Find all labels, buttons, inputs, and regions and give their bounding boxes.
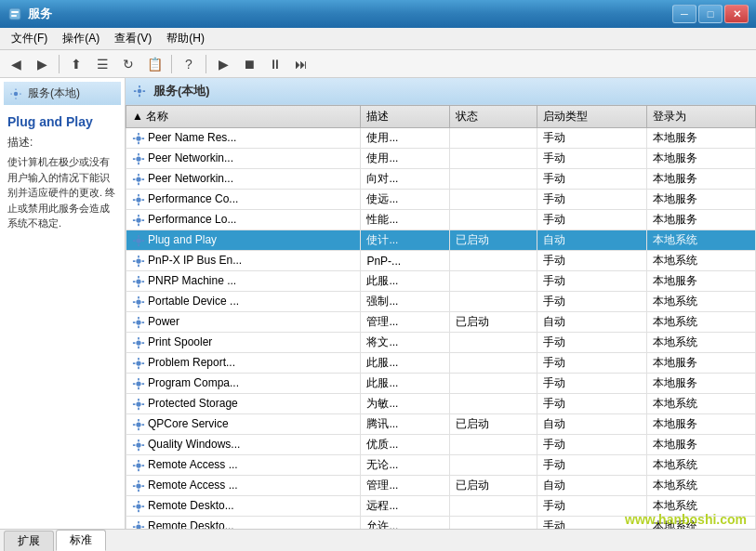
table-row[interactable]: Plug and Play使计...已启动自动本地系统 — [126, 230, 756, 251]
stop-button[interactable]: ⏹ — [237, 53, 261, 75]
forward-button[interactable]: ▶ — [30, 53, 54, 75]
svg-point-39 — [136, 258, 140, 263]
menu-item-操作A[interactable]: 操作(A) — [55, 29, 107, 48]
svg-rect-40 — [138, 256, 139, 258]
service-status-cell — [449, 496, 537, 517]
col-desc[interactable]: 描述 — [361, 106, 450, 128]
service-desc-cell: 允许... — [361, 517, 450, 530]
col-name[interactable]: ▲ 名称 — [126, 106, 361, 128]
col-status[interactable]: 状态 — [449, 106, 537, 128]
service-name-cell: Plug and Play — [126, 230, 361, 251]
table-row[interactable]: Remote Access ...管理...已启动自动本地系统 — [126, 476, 756, 496]
service-name-cell: Quality Windows... — [126, 435, 361, 455]
service-startup-cell: 手动 — [537, 210, 646, 230]
table-row[interactable]: Power管理...已启动自动本地系统 — [126, 312, 756, 333]
svg-rect-92 — [133, 465, 136, 466]
service-logon-cell: 本地服务 — [646, 374, 755, 394]
toolbar-separator-3 — [206, 55, 206, 73]
svg-rect-55 — [138, 317, 139, 320]
service-status-cell — [449, 251, 537, 271]
svg-rect-78 — [142, 403, 145, 405]
table-row[interactable]: Remote Deskto...允许...手动本地系统 — [126, 517, 756, 530]
svg-rect-68 — [142, 362, 145, 364]
service-startup-cell: 手动 — [537, 496, 646, 517]
table-row[interactable]: QPCore Service腾讯...已启动自动本地服务 — [126, 414, 756, 435]
service-status-cell — [449, 394, 537, 414]
close-button[interactable]: ✕ — [724, 5, 749, 23]
tab-standard[interactable]: 标准 — [56, 530, 106, 551]
show-hide-button[interactable]: ☰ — [90, 53, 114, 75]
service-status-cell — [449, 190, 537, 210]
svg-rect-47 — [133, 281, 136, 282]
up-button[interactable]: ⬆ — [64, 53, 88, 75]
help-button[interactable]: ? — [177, 53, 201, 75]
service-desc-cell: 优质... — [361, 435, 450, 455]
service-status-cell: 已启动 — [449, 230, 537, 251]
service-name-cell: Remote Deskto... — [126, 496, 361, 517]
table-row[interactable]: Print Spooler将文...手动本地系统 — [126, 333, 756, 353]
play-button[interactable]: ▶ — [211, 53, 235, 75]
table-row[interactable]: PNRP Machine ...此服...手动本地服务 — [126, 271, 756, 292]
menu-item-帮助H[interactable]: 帮助(H) — [159, 29, 212, 48]
svg-rect-107 — [133, 526, 136, 528]
col-logon[interactable]: 登录为 — [646, 106, 755, 128]
table-row[interactable]: Portable Device ...强制...手动本地系统 — [126, 292, 756, 312]
refresh-button[interactable]: ↻ — [116, 53, 140, 75]
table-row[interactable]: Remote Access ...无论...手动本地系统 — [126, 455, 756, 476]
service-desc-cell: 此服... — [361, 374, 450, 394]
svg-rect-75 — [138, 399, 139, 401]
menu-item-查看V[interactable]: 查看(V) — [107, 29, 159, 48]
service-name-cell: Peer Networkin... — [126, 149, 361, 169]
service-desc-cell: 无论... — [361, 455, 450, 476]
service-desc-cell: 使用... — [361, 149, 450, 169]
svg-rect-101 — [138, 509, 139, 512]
service-name-cell: PNRP Machine ... — [126, 271, 361, 292]
svg-rect-57 — [133, 321, 136, 323]
tab-extended[interactable]: 扩展 — [4, 531, 54, 551]
service-startup-cell: 手动 — [537, 128, 646, 149]
svg-rect-23 — [142, 178, 145, 180]
export-button[interactable]: 📋 — [142, 53, 166, 75]
table-row[interactable]: Peer Name Res...使用...手动本地服务 — [126, 128, 756, 149]
table-row[interactable]: Remote Deskto...远程...手动本地系统 — [126, 496, 756, 517]
col-startup[interactable]: 启动类型 — [537, 106, 646, 128]
service-status-cell — [449, 374, 537, 394]
service-desc-cell: 腾讯... — [361, 414, 450, 435]
service-startup-cell: 自动 — [537, 476, 646, 496]
right-panel: 服务(本地) ▲ 名称 描述 状态 启动类型 登录为 — [126, 78, 756, 529]
svg-rect-20 — [138, 174, 139, 177]
svg-rect-52 — [133, 301, 136, 303]
service-name-cell: Problem Report... — [126, 353, 361, 374]
svg-point-84 — [136, 442, 140, 447]
svg-rect-36 — [138, 243, 139, 246]
back-button[interactable]: ◀ — [4, 53, 28, 75]
service-table-container[interactable]: ▲ 名称 描述 状态 启动类型 登录为 Peer Name Res...使用..… — [126, 105, 756, 529]
service-name-cell: Remote Access ... — [126, 455, 361, 476]
svg-rect-70 — [138, 378, 139, 381]
table-row[interactable]: PnP-X IP Bus En...PnP-...手动本地系统 — [126, 251, 756, 271]
table-row[interactable]: Quality Windows...优质...手动本地服务 — [126, 435, 756, 455]
table-row[interactable]: Peer Networkin...向对...手动本地服务 — [126, 169, 756, 190]
svg-point-74 — [136, 401, 140, 406]
svg-rect-25 — [138, 194, 139, 197]
service-desc-cell: 此服... — [361, 271, 450, 292]
service-name-cell: Portable Device ... — [126, 292, 361, 312]
pause-button[interactable]: ⏸ — [263, 53, 287, 75]
menu-item-文件F[interactable]: 文件(F) — [4, 29, 55, 48]
svg-rect-73 — [142, 383, 145, 385]
restart-button[interactable]: ⏭ — [289, 53, 313, 75]
table-row[interactable]: Performance Co...使远...手动本地服务 — [126, 190, 756, 210]
service-desc-cell: 使用... — [361, 128, 450, 149]
svg-point-94 — [136, 483, 140, 488]
table-row[interactable]: Program Compa...此服...手动本地服务 — [126, 374, 756, 394]
minimize-button[interactable]: ─ — [672, 5, 696, 23]
maximize-button[interactable]: □ — [698, 5, 723, 23]
table-row[interactable]: Performance Lo...性能...手动本地服务 — [126, 210, 756, 230]
table-row[interactable]: Problem Report...此服...手动本地服务 — [126, 353, 756, 374]
service-status-cell: 已启动 — [449, 476, 537, 496]
svg-rect-82 — [133, 424, 136, 426]
table-row[interactable]: Protected Storage为敏...手动本地系统 — [126, 394, 756, 414]
selected-service-name: Plug and Play — [4, 109, 121, 133]
svg-rect-60 — [138, 337, 139, 340]
table-row[interactable]: Peer Networkin...使用...手动本地服务 — [126, 149, 756, 169]
